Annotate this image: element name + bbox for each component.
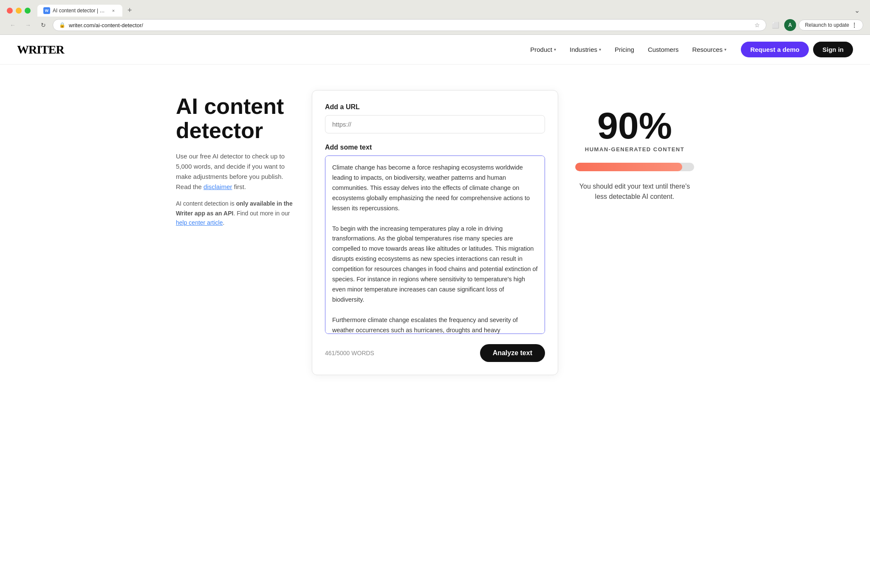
new-tab-button[interactable]: + bbox=[124, 4, 136, 17]
nav-customers-label: Customers bbox=[648, 46, 679, 53]
page-description: Use our free AI detector to check up to … bbox=[176, 151, 295, 192]
tab-close-button[interactable]: × bbox=[110, 7, 116, 14]
text-section: Add some text bbox=[325, 144, 545, 336]
nav-pricing-label: Pricing bbox=[615, 46, 634, 53]
site-logo[interactable]: WRITER bbox=[17, 43, 64, 57]
main-content: AI content detector Use our free AI dete… bbox=[159, 65, 711, 401]
back-button[interactable]: ← bbox=[7, 19, 19, 31]
chevron-down-icon: ▾ bbox=[554, 47, 556, 52]
browser-toolbar: ← → ↻ 🔒 writer.com/ai-content-detector/ … bbox=[0, 17, 870, 34]
relaunch-dots-icon: ⋮ bbox=[852, 22, 857, 28]
help-center-link[interactable]: help center article bbox=[176, 219, 223, 226]
url-label: Add a URL bbox=[325, 103, 545, 111]
sign-in-button[interactable]: Sign in bbox=[813, 42, 853, 57]
tab-favicon: W bbox=[43, 7, 50, 14]
url-section: Add a URL bbox=[325, 103, 545, 133]
page-title: AI content detector bbox=[176, 94, 295, 143]
api-notice-before: AI content detection is bbox=[176, 200, 236, 207]
lock-icon: 🔒 bbox=[59, 22, 65, 28]
disclaimer-link[interactable]: disclaimer bbox=[203, 183, 232, 190]
main-nav: WRITER Product ▾ Industries ▾ Pricing Cu… bbox=[0, 35, 870, 65]
nav-links: Product ▾ Industries ▾ Pricing Customers… bbox=[524, 42, 732, 57]
nav-industries-label: Industries bbox=[570, 46, 597, 53]
chevron-down-icon: ▾ bbox=[599, 47, 601, 52]
bottom-bar: 461/5000 WORDS Analyze text bbox=[325, 344, 545, 362]
url-input[interactable] bbox=[325, 115, 545, 133]
nav-cta: Request a demo Sign in bbox=[741, 42, 853, 57]
api-notice-after: . Find out more in our bbox=[233, 210, 290, 217]
extensions-button[interactable]: ⬜ bbox=[770, 19, 782, 31]
result-description: You should edit your text until there's … bbox=[575, 181, 694, 202]
percentage-label: HUMAN-GENERATED CONTENT bbox=[585, 146, 684, 153]
relaunch-label: Relaunch to update bbox=[805, 22, 849, 28]
left-panel: AI content detector Use our free AI dete… bbox=[176, 90, 295, 375]
word-count: 461/5000 WORDS bbox=[325, 350, 374, 356]
active-tab[interactable]: W AI content detector | GPT-4, × bbox=[37, 5, 122, 17]
analyze-button[interactable]: Analyze text bbox=[480, 344, 545, 362]
percentage-display: 90% bbox=[597, 107, 672, 144]
text-label: Add some text bbox=[325, 144, 545, 151]
nav-product-label: Product bbox=[530, 46, 552, 53]
nav-resources-label: Resources bbox=[692, 46, 723, 53]
progress-bar-fill bbox=[575, 163, 682, 171]
title-bar: W AI content detector | GPT-4, × + ⌄ bbox=[0, 0, 870, 17]
text-input[interactable] bbox=[325, 155, 545, 334]
right-panel: 90% HUMAN-GENERATED CONTENT You should e… bbox=[575, 90, 694, 375]
api-notice: AI content detection is only available i… bbox=[176, 199, 295, 227]
bookmark-icon[interactable]: ☆ bbox=[754, 22, 760, 28]
nav-resources[interactable]: Resources ▾ bbox=[686, 42, 732, 57]
tab-title: AI content detector | GPT-4, bbox=[53, 8, 108, 14]
page: WRITER Product ▾ Industries ▾ Pricing Cu… bbox=[0, 35, 870, 588]
request-demo-button[interactable]: Request a demo bbox=[741, 42, 809, 57]
browser-chrome: W AI content detector | GPT-4, × + ⌄ ← →… bbox=[0, 0, 870, 35]
browser-actions: ⬜ A Relaunch to update ⋮ bbox=[770, 19, 863, 31]
nav-pricing[interactable]: Pricing bbox=[609, 42, 640, 57]
progress-bar bbox=[575, 163, 694, 171]
nav-industries[interactable]: Industries ▾ bbox=[564, 42, 607, 57]
nav-product[interactable]: Product ▾ bbox=[524, 42, 562, 57]
tab-bar: W AI content detector | GPT-4, × + bbox=[37, 4, 136, 17]
description-text-after: first. bbox=[232, 183, 246, 190]
reload-button[interactable]: ↻ bbox=[37, 19, 49, 31]
nav-customers[interactable]: Customers bbox=[642, 42, 685, 57]
close-button[interactable] bbox=[7, 8, 13, 14]
url-text: writer.com/ai-content-detector/ bbox=[69, 22, 751, 28]
api-notice-end: . bbox=[223, 219, 225, 226]
relaunch-button[interactable]: Relaunch to update ⋮ bbox=[799, 20, 863, 31]
minimize-button[interactable] bbox=[16, 8, 22, 14]
profile-avatar[interactable]: A bbox=[784, 19, 796, 31]
window-controls bbox=[7, 8, 31, 14]
address-bar[interactable]: 🔒 writer.com/ai-content-detector/ ☆ bbox=[53, 19, 766, 31]
forward-button[interactable]: → bbox=[22, 19, 34, 31]
center-panel: Add a URL Add some text 461/5000 WORDS A… bbox=[312, 90, 558, 375]
chrome-dropdown[interactable]: ⌄ bbox=[851, 5, 863, 16]
chevron-down-icon: ▾ bbox=[724, 47, 726, 52]
maximize-button[interactable] bbox=[25, 8, 31, 14]
